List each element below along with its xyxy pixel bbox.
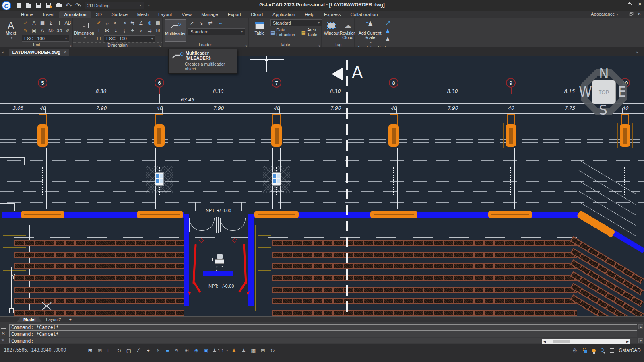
workspace-selector[interactable]: 2D Drafting ▾ xyxy=(85,2,144,9)
ribbon-tab-manage[interactable]: Manage xyxy=(196,11,223,18)
tab-close-icon[interactable]: × xyxy=(64,50,66,55)
quick-dim-icon[interactable]: ✐ xyxy=(95,19,103,27)
add-layout-button[interactable]: + xyxy=(65,317,76,322)
document-tab[interactable]: LAYDRAWORDER.dwg × xyxy=(9,49,70,56)
grid-display-icon[interactable]: ⊞ xyxy=(96,347,103,354)
text-style-combo[interactable]: ESC - 100 ▾ xyxy=(22,35,69,42)
linear-dim-icon[interactable]: ↔ xyxy=(103,19,111,27)
lightbulb-icon[interactable] xyxy=(592,349,596,352)
close-button[interactable]: × xyxy=(638,2,642,6)
multileader-button[interactable]: Multileader xyxy=(165,19,186,42)
annotation-scale-selector[interactable]: ♟1:1▾ xyxy=(212,347,228,354)
paste-text-icon[interactable]: ▦ xyxy=(39,19,46,27)
oblique-dim-icon[interactable]: ↧ xyxy=(112,27,120,34)
doc-restore-button[interactable] xyxy=(630,12,633,16)
center-mark-icon[interactable]: ⊕ xyxy=(146,19,153,27)
ribbon-tab-3d[interactable]: 3D xyxy=(91,11,107,18)
area-table-button[interactable]: ▦ Area Table xyxy=(301,27,322,37)
command-scroll-down-icon[interactable]: ▼ xyxy=(638,338,643,343)
quick-view-icon[interactable]: ⊕ xyxy=(193,347,200,354)
qat-customize-icon[interactable]: ▿ xyxy=(148,4,150,7)
transparency-icon[interactable]: ≋ xyxy=(183,347,190,354)
snap-mode-icon[interactable]: ⊞ xyxy=(87,347,94,354)
ribbon-tab-surface[interactable]: Surface xyxy=(107,11,132,18)
polar-tracking-icon[interactable]: ↻ xyxy=(116,347,123,354)
scale-list-icon[interactable]: ⤢ xyxy=(384,19,392,27)
tab-scroll-left-icon[interactable]: ◂ xyxy=(2,50,4,54)
horizontal-scrollbar[interactable]: ◀ ▶ xyxy=(542,339,630,344)
restore-button[interactable] xyxy=(628,2,632,6)
ortho-mode-icon[interactable]: ∟ xyxy=(106,347,113,354)
scroll-right-icon[interactable]: ▶ xyxy=(625,340,630,343)
ribbon-tab-help[interactable]: Help xyxy=(300,11,319,18)
save-as-icon[interactable] xyxy=(45,2,52,8)
ribbon-tab-layout[interactable]: Layout xyxy=(153,11,177,18)
viewcube-west[interactable]: W xyxy=(579,84,592,100)
table-style-combo[interactable]: Standard ▾ xyxy=(270,19,322,26)
ribbon-tab-express[interactable]: Express xyxy=(319,11,346,18)
text-lock-icon[interactable]: Ā xyxy=(39,27,46,34)
hardware-accel-icon[interactable]: ▣ xyxy=(202,347,210,354)
dim-style-combo[interactable]: ESC - 100 ▾ xyxy=(104,35,155,42)
ribbon-tab-application[interactable]: Application xyxy=(268,11,300,18)
remove-leader-icon[interactable]: ↘ xyxy=(197,19,205,27)
ribbon-tab-collaboration[interactable]: Collaboration xyxy=(346,11,383,18)
strike-text-icon[interactable]: ab xyxy=(56,27,63,34)
close-command-icon[interactable]: ✕ xyxy=(1,331,5,336)
history-icon[interactable]: ↻ xyxy=(269,347,276,354)
dim-style-icon[interactable]: ⊟ xyxy=(95,35,103,42)
save-icon[interactable] xyxy=(35,2,42,8)
text-frame-icon[interactable]: ▣ xyxy=(30,27,38,34)
ribbon-tab-view[interactable]: View xyxy=(177,11,196,18)
doc-minimize-button[interactable] xyxy=(622,14,625,14)
unlock-icon[interactable] xyxy=(583,348,588,353)
quick-properties-icon[interactable]: ▩ xyxy=(250,347,257,354)
baseline-dim-icon[interactable]: ⇥ xyxy=(120,19,128,27)
auto-scale-icon[interactable]: ♟ xyxy=(230,347,237,354)
selection-cycling-icon[interactable]: ↖ xyxy=(173,347,181,354)
doc-close-button[interactable]: × xyxy=(638,12,641,16)
viewcube[interactable]: TOPNWES xyxy=(581,69,627,115)
command-lines-icon[interactable] xyxy=(1,325,6,329)
angular-dim-icon[interactable]: ∠ xyxy=(137,19,145,27)
data-extraction-button[interactable]: ▤ Data Extraction xyxy=(270,27,298,37)
lineweight-icon[interactable]: ≡ xyxy=(164,347,171,354)
ribbon-tab-annotation[interactable]: Annotation xyxy=(59,11,91,18)
redo-icon[interactable]: ↷▾ xyxy=(75,2,81,9)
tolerance-icon[interactable]: ⋈ xyxy=(103,27,111,34)
ordinate-dim-icon[interactable]: ⊥ xyxy=(95,27,103,34)
annotation-visibility-icon[interactable]: ♟ xyxy=(240,347,247,354)
gstarcad-logo[interactable]: G xyxy=(2,1,11,10)
add-current-scale-button[interactable]: ＋♟ Add Current Scale▾ xyxy=(357,19,383,45)
mtext-button[interactable]: A Mtext▾ xyxy=(2,19,20,42)
object-snap-icon[interactable]: ▢ xyxy=(125,347,132,354)
ribbon-tab-home[interactable]: Home xyxy=(16,11,38,18)
workspace-switch-icon[interactable]: ⊟ xyxy=(259,347,266,354)
dynamic-input-icon[interactable]: ⌖ xyxy=(154,347,161,354)
ribbon-tab-cloud[interactable]: Cloud xyxy=(246,11,268,18)
add-scale-icon[interactable]: ♟ xyxy=(384,27,392,35)
update-dim-icon[interactable]: ⇉ xyxy=(146,27,153,34)
appearance-menu[interactable]: Appearance▾ xyxy=(591,12,618,16)
print-icon[interactable] xyxy=(56,2,62,8)
undo-icon[interactable]: ↶▾ xyxy=(66,2,72,9)
numbering-icon[interactable]: № xyxy=(47,27,55,34)
wipeout-button[interactable]: Wipeout xyxy=(324,19,339,42)
text-style-icon[interactable]: A xyxy=(30,19,38,27)
viewcube-north[interactable]: N xyxy=(599,66,609,82)
table-button[interactable]: Table xyxy=(251,19,268,42)
dim-edit-icon[interactable]: ▤ xyxy=(154,19,162,27)
viewcube-top-face[interactable]: TOP xyxy=(592,80,616,104)
add-leader-icon[interactable]: ↗ xyxy=(188,19,196,27)
delete-scale-icon[interactable]: ♟ xyxy=(384,35,392,43)
continue-dim-icon[interactable]: ⇆ xyxy=(129,19,136,27)
ribbon-tab-insert[interactable]: Insert xyxy=(38,11,60,18)
dynamic-ucs-icon[interactable]: + xyxy=(144,347,152,354)
scrollbar-thumb[interactable] xyxy=(553,340,570,343)
scale-text-icon[interactable]: AB xyxy=(64,19,72,27)
tab-model[interactable]: Model xyxy=(17,317,42,322)
break-dim-icon[interactable]: ↨ xyxy=(120,27,128,34)
spacing-dim-icon[interactable]: ≑ xyxy=(129,27,136,34)
new-file-icon[interactable] xyxy=(15,2,22,8)
drawing-canvas[interactable]: 56789108.308.308.308.308.1563.453.05407.… xyxy=(0,56,644,316)
